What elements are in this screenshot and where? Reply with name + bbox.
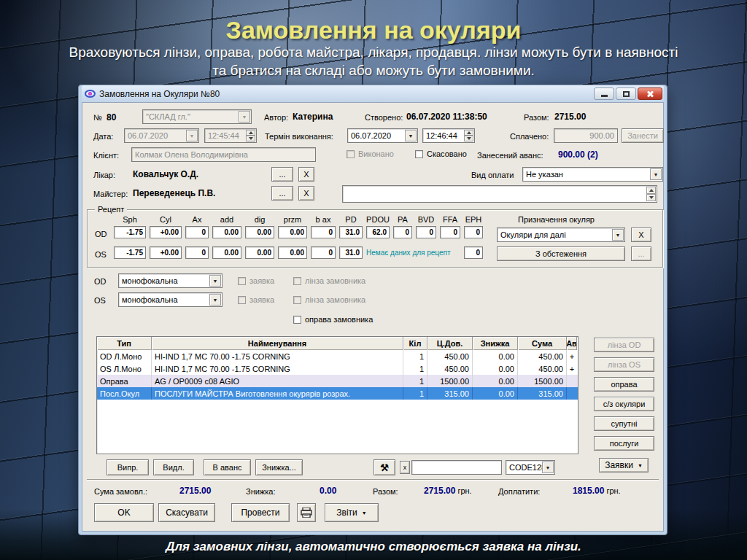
master-clear-button[interactable]: X bbox=[298, 186, 314, 201]
od-sph-field[interactable]: -1.75 bbox=[114, 226, 146, 238]
od-pa-field[interactable]: 0 bbox=[393, 226, 412, 238]
cancel-button[interactable]: Скасувати bbox=[158, 503, 215, 522]
os-przm-field[interactable]: 0.00 bbox=[278, 246, 307, 259]
od-request-checkbox[interactable]: заявка bbox=[238, 276, 274, 285]
eye-icon bbox=[85, 90, 96, 98]
edit-item-button[interactable]: Випр. bbox=[107, 459, 149, 475]
table-row[interactable]: OS Л.Моно HI-IND 1,7 MC 70.00 -1.75 CORN… bbox=[97, 362, 578, 375]
services-button[interactable]: послуги bbox=[594, 436, 654, 451]
paid-field[interactable]: 900.00 bbox=[554, 128, 618, 143]
od-pd-field[interactable]: 31.0 bbox=[339, 226, 363, 238]
lens-os-button[interactable]: лінза OS bbox=[594, 357, 654, 372]
minimize-icon bbox=[601, 95, 608, 97]
post-button[interactable]: Провести bbox=[231, 503, 290, 522]
os-sph-field[interactable]: -1.75 bbox=[114, 246, 146, 259]
os-cyl-field[interactable]: +0.00 bbox=[150, 246, 182, 259]
date-select[interactable]: 06.07.2020 ▼ bbox=[124, 128, 199, 143]
od-pdou-field[interactable]: 62.0 bbox=[366, 226, 390, 238]
page-title: Замовлення на окуляри bbox=[0, 16, 747, 44]
purpose-clear-button[interactable]: X bbox=[631, 228, 651, 242]
deadline-label: Термін виконання: bbox=[265, 132, 333, 141]
barcode-input[interactable] bbox=[411, 460, 502, 475]
od-bax-field[interactable]: 0 bbox=[311, 226, 336, 238]
deadline-time-spinner[interactable]: 12:46:44 bbox=[422, 128, 475, 143]
author-value: Катерина bbox=[293, 112, 333, 122]
close-button[interactable] bbox=[638, 88, 662, 100]
master-browse-button[interactable]: ... bbox=[271, 186, 293, 201]
done-checkbox[interactable]: Виконано bbox=[347, 149, 394, 158]
spinner-buttons[interactable] bbox=[646, 187, 656, 201]
od-cyl-field[interactable]: +0.00 bbox=[150, 226, 182, 238]
od-eph-field[interactable]: 0 bbox=[464, 226, 483, 238]
recipe-od-row: -1.75 +0.00 0 0.00 0.00 0.00 0 31.0 62.0… bbox=[114, 226, 483, 238]
table-row-selected[interactable]: Посл.Окул ПОСЛУГИ МАЙСТРА Виготовлення о… bbox=[97, 387, 578, 400]
barcode-clear-button[interactable]: x bbox=[400, 461, 410, 474]
od-ffa-field[interactable]: 0 bbox=[440, 226, 460, 238]
order-total-value: 2715.00 bbox=[554, 112, 586, 122]
os-customer-lens-checkbox[interactable]: лінза замовника bbox=[293, 295, 365, 304]
doctor-value: Ковальчук О.Д. bbox=[133, 169, 198, 179]
os-eph-field[interactable]: 0 bbox=[464, 246, 483, 259]
customer-frame-checkbox[interactable]: оправа замовника bbox=[293, 315, 373, 324]
discount-button[interactable]: Знижка... bbox=[255, 459, 303, 475]
order-window: Замовлення на Окуляри №80 № 80 "СКЛАД гл… bbox=[78, 85, 667, 535]
client-field[interactable]: Колмак Олена Володимирівна bbox=[131, 147, 316, 162]
deadline-date-select[interactable]: 06.07.2020 ▼ bbox=[347, 128, 418, 143]
frame-button[interactable]: оправа bbox=[594, 377, 654, 392]
od-add-field[interactable]: 0.00 bbox=[212, 226, 241, 238]
spin-up-icon bbox=[646, 187, 656, 194]
chevron-down-icon: ▼ bbox=[542, 462, 554, 473]
recipe-group: Рецепт Sph Cyl Ax add dig przm b ax PD P… bbox=[87, 209, 663, 268]
doctor-clear-button[interactable]: X bbox=[298, 167, 314, 182]
spin-down-icon bbox=[464, 136, 473, 141]
to-advance-button[interactable]: В аванс bbox=[204, 459, 251, 475]
delete-item-button[interactable]: Видл. bbox=[153, 459, 194, 475]
lens-od-type-select[interactable]: монофокальна ▼ bbox=[118, 273, 222, 288]
purpose-select[interactable]: Окуляри для далі ▼ bbox=[497, 228, 625, 242]
os-dig-field[interactable]: 0.00 bbox=[245, 246, 274, 259]
ok-button[interactable]: OK bbox=[94, 503, 154, 522]
spinner-buttons[interactable] bbox=[246, 130, 255, 141]
chevron-down-icon: ▼ bbox=[239, 111, 250, 122]
time-spinner[interactable]: 12:45:44 bbox=[204, 128, 257, 143]
od-przm-field[interactable]: 0.00 bbox=[278, 226, 307, 238]
doctor-browse-button[interactable]: ... bbox=[271, 167, 293, 182]
client-label: Клієнт: bbox=[93, 151, 119, 160]
os-pd-field[interactable]: 31.0 bbox=[339, 246, 363, 259]
print-button[interactable] bbox=[297, 503, 316, 522]
od-customer-lens-checkbox[interactable]: лінза замовника bbox=[293, 276, 365, 285]
recipe-more-button[interactable]: ... bbox=[631, 246, 651, 261]
items-table-header: Тип Найменування Кіл Ц.Дов. Знижка Сума … bbox=[97, 337, 578, 350]
barcode-type-select[interactable]: CODE128 ▼ bbox=[506, 460, 555, 475]
spinner-buttons[interactable] bbox=[464, 130, 473, 141]
chevron-down-icon: ▼ bbox=[405, 130, 417, 141]
window-titlebar[interactable]: Замовлення на Окуляри №80 bbox=[82, 85, 664, 102]
lens-os-type-select[interactable]: монофокальна ▼ bbox=[118, 292, 222, 307]
sunglasses-button[interactable]: с/з окуляри bbox=[594, 397, 654, 411]
os-request-checkbox[interactable]: заявка bbox=[238, 295, 274, 304]
table-row[interactable]: OD Л.Моно HI-IND 1,7 MC 70.00 -1.75 CORN… bbox=[97, 350, 578, 362]
minimize-button[interactable] bbox=[594, 88, 614, 100]
os-bax-field[interactable]: 0 bbox=[311, 246, 336, 259]
od-dig-field[interactable]: 0.00 bbox=[245, 226, 274, 238]
lens-od-button[interactable]: лінза OD bbox=[594, 338, 654, 352]
payment-type-select[interactable]: Не указан ▼ bbox=[522, 167, 663, 182]
lens-od-label: OD bbox=[94, 277, 107, 286]
requests-menu-button[interactable]: Заявки ▼ bbox=[599, 458, 649, 472]
no-recipe-data-note: Немає даних для рецепт bbox=[366, 249, 460, 257]
tools-button[interactable]: ⚒ bbox=[374, 459, 395, 475]
warehouse-select[interactable]: "СКЛАД гл." ▼ bbox=[142, 109, 252, 124]
comment-field[interactable] bbox=[342, 185, 657, 203]
reports-menu-button[interactable]: Звіти ▼ bbox=[325, 503, 379, 522]
post-advance-button[interactable]: Занести bbox=[622, 128, 664, 143]
table-row[interactable]: Оправа AG / OP0009 c08 AGIO 1 1500.00 0.… bbox=[97, 375, 578, 387]
os-add-field[interactable]: 0.00 bbox=[212, 246, 241, 259]
od-bvd-field[interactable]: 0 bbox=[416, 226, 436, 238]
related-items-button[interactable]: супутні bbox=[594, 416, 654, 431]
os-ax-field[interactable]: 0 bbox=[185, 246, 209, 259]
checkbox-icon bbox=[293, 296, 301, 304]
maximize-button[interactable] bbox=[616, 88, 636, 100]
cancelled-checkbox[interactable]: Скасовано bbox=[415, 149, 467, 158]
from-exam-button[interactable]: З обстеження bbox=[497, 246, 625, 261]
od-ax-field[interactable]: 0 bbox=[185, 226, 209, 238]
